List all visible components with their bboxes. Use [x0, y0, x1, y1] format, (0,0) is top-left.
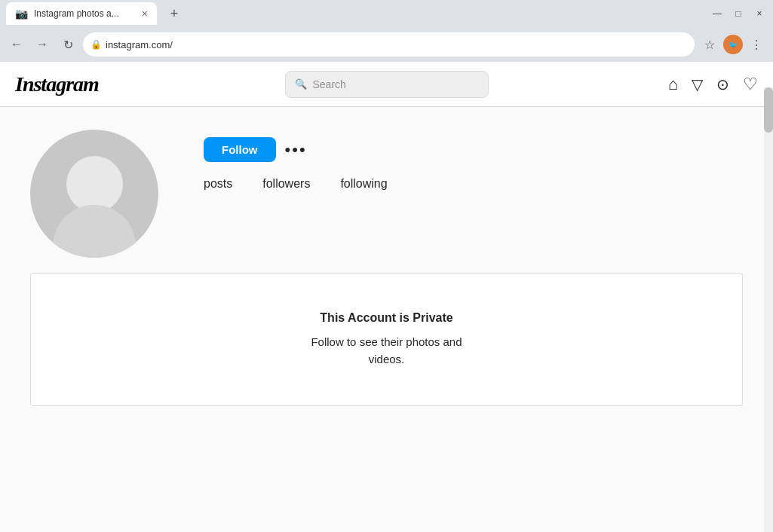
lock-icon: 🔒	[90, 39, 102, 50]
instagram-nav: ⌂ ▽ ⊙ ♡	[668, 75, 758, 94]
search-wrapper: 🔍 Search	[285, 71, 489, 98]
refresh-button[interactable]: ↻	[57, 34, 78, 55]
tab-close-button[interactable]: ×	[142, 8, 148, 20]
search-icon: 🔍	[295, 78, 307, 90]
scrollbar-thumb[interactable]	[764, 87, 773, 133]
new-tab-button[interactable]: +	[163, 2, 186, 25]
compass-icon[interactable]: ⊙	[716, 75, 729, 93]
posts-stat: posts	[204, 177, 232, 191]
instagram-logo: Instagram	[15, 72, 99, 96]
avatar-image: 🐦	[729, 41, 738, 49]
maximize-button[interactable]: □	[731, 6, 746, 21]
browser-tab[interactable]: 📷 Instagram photos a... ×	[6, 2, 157, 25]
address-wrapper: 🔒	[83, 32, 695, 57]
heart-icon[interactable]: ♡	[743, 75, 758, 94]
profile-info: Follow ••• posts followers following	[204, 130, 743, 191]
avatar-body	[53, 205, 136, 258]
avatar	[30, 130, 158, 258]
address-input[interactable]	[83, 32, 695, 57]
close-window-button[interactable]: ×	[752, 6, 767, 21]
page-content: Instagram 🔍 Search ⌂ ▽ ⊙ ♡	[0, 62, 773, 532]
title-bar: 📷 Instagram photos a... × + — □ ×	[0, 0, 773, 27]
followers-stat[interactable]: followers	[262, 177, 310, 191]
avatar-wrapper	[30, 130, 158, 258]
posts-label: posts	[204, 177, 232, 191]
forward-button[interactable]: →	[32, 34, 53, 55]
profile-actions: Follow •••	[204, 137, 743, 162]
back-button[interactable]: ←	[6, 34, 27, 55]
private-account-box: This Account is Private Follow to see th…	[30, 273, 743, 406]
followers-label: followers	[262, 177, 310, 191]
browser-window: 📷 Instagram photos a... × + — □ × ← → ↻ …	[0, 0, 773, 532]
home-icon[interactable]: ⌂	[668, 75, 678, 94]
scrollbar[interactable]	[764, 87, 773, 532]
private-account-title: This Account is Private	[46, 311, 727, 325]
search-placeholder: Search	[313, 78, 346, 90]
tab-label: Instagram photos a...	[34, 8, 119, 19]
profile-stats: posts followers following	[204, 177, 743, 191]
tab-favicon: 📷	[15, 8, 28, 20]
avatar-head	[66, 156, 123, 212]
toolbar-right: ☆ 🐦 ⋮	[699, 34, 767, 55]
minimize-button[interactable]: —	[710, 6, 725, 21]
following-label: following	[340, 177, 387, 191]
profile-section: Follow ••• posts followers following	[0, 107, 773, 273]
private-account-description: Follow to see their photos andvideos.	[46, 334, 727, 368]
browser-profile-avatar[interactable]: 🐦	[723, 35, 743, 54]
explore-icon[interactable]: ▽	[692, 75, 703, 93]
window-controls: — □ ×	[710, 6, 767, 21]
instagram-header: Instagram 🔍 Search ⌂ ▽ ⊙ ♡	[0, 62, 773, 107]
follow-button[interactable]: Follow	[204, 137, 276, 162]
following-stat[interactable]: following	[340, 177, 387, 191]
more-options-button[interactable]: •••	[285, 140, 307, 160]
browser-menu-button[interactable]: ⋮	[746, 34, 767, 55]
search-bar[interactable]: 🔍 Search	[285, 71, 489, 98]
address-bar: ← → ↻ 🔒 ☆ 🐦 ⋮	[0, 27, 773, 62]
bookmark-button[interactable]: ☆	[699, 34, 720, 55]
